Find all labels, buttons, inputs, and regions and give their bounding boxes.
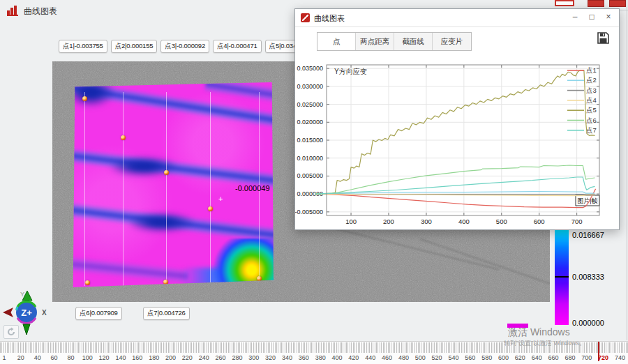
marker-guide-line xyxy=(123,92,124,286)
ruler-frame-label: 200 xyxy=(165,354,176,361)
chart-window-icon xyxy=(301,13,310,22)
ruler-frame-label: 160 xyxy=(132,354,142,361)
point-value-chip[interactable]: 点7|0.004726 xyxy=(143,307,190,320)
svg-text:点6: 点6 xyxy=(586,116,597,124)
ruler-frame-label: 400 xyxy=(331,354,342,361)
svg-text:0.025000: 0.025000 xyxy=(297,101,323,108)
point-value-chip[interactable]: 点6|0.007909 xyxy=(75,307,122,320)
ruler-frame-label: 540 xyxy=(448,354,458,361)
colorbar-tick xyxy=(555,276,569,278)
ruler-frame-label: 260 xyxy=(216,354,226,361)
svg-text:Y方向应变: Y方向应变 xyxy=(334,68,367,75)
background-window-button[interactable] xyxy=(609,0,626,7)
ruler-frame-label: 500 xyxy=(415,354,426,361)
marker-guide-line xyxy=(210,92,211,286)
measurement-point-marker[interactable] xyxy=(82,96,87,101)
maximize-button[interactable]: □ xyxy=(587,12,597,22)
ruler-frame-label: 680 xyxy=(565,354,575,361)
svg-text:点3: 点3 xyxy=(586,86,597,94)
tab-点[interactable]: 点 xyxy=(317,33,356,50)
ruler-frame-label: 660 xyxy=(548,354,559,361)
ruler-frame-label: 220 xyxy=(182,354,193,361)
ruler-frame-label: 280 xyxy=(232,354,242,361)
strain-chart: 0.0350000.0300000.0250000.0200000.015000… xyxy=(295,58,619,229)
marker-guide-line xyxy=(166,92,167,286)
ruler-frame-label: 40 xyxy=(34,354,41,361)
main-window-title: 曲线图表 xyxy=(24,6,57,17)
svg-text:点4: 点4 xyxy=(586,96,597,104)
ruler-frame-label: 300 xyxy=(248,354,259,361)
colorbar-label-min: 0.000000 xyxy=(572,319,604,327)
ruler-frame-label: 700 xyxy=(581,354,592,361)
ruler-frame-label: 460 xyxy=(382,354,392,361)
svg-text:600: 600 xyxy=(534,218,545,225)
svg-text:100: 100 xyxy=(345,218,357,225)
ruler-frame-label: 140 xyxy=(115,354,126,361)
frame-cursor[interactable] xyxy=(598,342,599,361)
z-axis-cone-icon xyxy=(23,324,30,335)
svg-text:300: 300 xyxy=(421,218,432,225)
svg-text:0.005000: 0.005000 xyxy=(297,172,323,179)
app-root: { "main_window": { "title": "曲线图表" }, "p… xyxy=(0,0,628,364)
measurement-point-marker[interactable] xyxy=(257,276,262,281)
save-icon xyxy=(597,32,609,44)
svg-text:500: 500 xyxy=(496,218,507,225)
point-value-chip[interactable]: 点2|0.000155 xyxy=(111,40,158,53)
point-value-annotation: -0.000049 xyxy=(235,184,270,192)
chart-tabs: 点两点距离截面线应变片 xyxy=(317,32,472,51)
svg-text:0.010000: 0.010000 xyxy=(297,155,323,162)
tab-两点距离[interactable]: 两点距离 xyxy=(356,33,394,50)
svg-text:400: 400 xyxy=(458,218,470,225)
windows-activation-watermark: 激活 Windows xyxy=(508,326,570,339)
svg-text:点1: 点1 xyxy=(586,66,597,74)
measurement-point-marker[interactable] xyxy=(85,280,90,285)
tab-截面线[interactable]: 截面线 xyxy=(394,33,433,50)
svg-text:0.030000: 0.030000 xyxy=(297,83,323,90)
axis-x-label: X xyxy=(42,309,47,317)
background-window-button[interactable] xyxy=(555,0,574,6)
measurement-point-marker[interactable] xyxy=(121,135,126,140)
svg-text:0.035000: 0.035000 xyxy=(297,65,323,72)
marker-guide-line xyxy=(84,92,85,286)
ruler-frame-label: 80 xyxy=(67,354,74,361)
ruler-frame-label: 180 xyxy=(149,354,159,361)
x-axis-arrow-icon xyxy=(3,308,13,317)
svg-text:700: 700 xyxy=(571,218,583,225)
measurement-point-marker[interactable] xyxy=(164,170,169,175)
measurement-point-marker[interactable] xyxy=(208,206,213,211)
ruler-frame-label: 600 xyxy=(498,354,509,361)
screen-edge-line xyxy=(627,0,627,340)
ruler-frame-label: 620 xyxy=(515,354,525,361)
svg-text:0.015000: 0.015000 xyxy=(297,137,323,144)
bottom-point-value-7: 点7|0.004726 xyxy=(143,307,190,320)
colorbar-label-mid: 0.008333 xyxy=(572,273,604,281)
close-button[interactable]: × xyxy=(604,12,613,22)
ruler-frame-label: 340 xyxy=(282,354,292,361)
point-value-chip[interactable]: 点3|-0.000092 xyxy=(160,40,209,53)
rotate-view-button[interactable] xyxy=(3,325,19,339)
point-cross-marker[interactable]: + xyxy=(218,195,223,202)
svg-text:点7: 点7 xyxy=(586,126,597,134)
point-value-chip[interactable]: 点4|-0.000471 xyxy=(213,40,262,53)
background-window-button[interactable] xyxy=(588,0,604,7)
svg-text:200: 200 xyxy=(383,218,394,225)
point-value-chip[interactable]: 点1|-0.003755 xyxy=(59,40,107,53)
ruler-frame-label: 740 xyxy=(615,354,625,361)
save-button[interactable] xyxy=(597,32,610,45)
chart-window[interactable]: 曲线图表 – □ × 点两点距离截面线应变片 0.0350000.0300000… xyxy=(294,8,620,230)
minimize-button[interactable]: – xyxy=(570,12,580,22)
chart-window-titlebar[interactable]: 曲线图表 – □ × xyxy=(295,9,619,27)
ruler-frame-label: 1 xyxy=(2,354,6,361)
ruler-frame-label: 560 xyxy=(465,354,475,361)
ruler-frame-label: 20 xyxy=(17,354,24,361)
ruler-frame-label: 640 xyxy=(532,354,542,361)
ruler-frame-label: 240 xyxy=(199,354,209,361)
bottom-point-value-6: 点6|0.007909 xyxy=(75,307,122,320)
measurement-point-marker[interactable] xyxy=(163,280,168,285)
sphere-ring-left xyxy=(17,307,18,310)
svg-text:点2: 点2 xyxy=(586,76,597,84)
tab-应变片[interactable]: 应变片 xyxy=(433,33,471,50)
ruler-frame-label: 360 xyxy=(299,354,309,361)
axis-z-label: Z+ xyxy=(21,308,32,318)
svg-text:0.020000: 0.020000 xyxy=(297,119,323,126)
